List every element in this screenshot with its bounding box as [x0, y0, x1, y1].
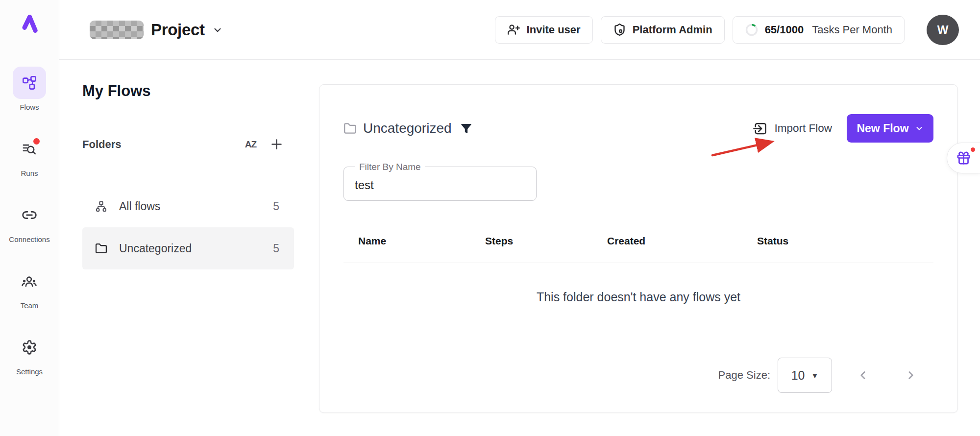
folders-heading: Folders: [82, 138, 121, 151]
invite-user-label: Invite user: [527, 24, 581, 36]
sidebar-item-label: Team: [21, 301, 39, 310]
top-header: Project Invite user Platform Admin 65/10…: [59, 0, 980, 60]
workflow-icon: [13, 67, 46, 99]
column-header-steps: Steps: [485, 235, 607, 247]
progress-ring-icon: [745, 23, 759, 37]
folders-actions: AZ: [245, 138, 283, 151]
runs-icon: [13, 133, 46, 165]
empty-state-message: This folder doesn't have any flows yet: [343, 290, 933, 304]
page-size-value: 10: [791, 368, 805, 383]
link-icon: [13, 199, 46, 231]
column-header-name: Name: [358, 235, 485, 247]
avatar[interactable]: W: [927, 15, 959, 45]
pagination: Page Size: 10 ▼: [718, 358, 917, 393]
page-size-select[interactable]: 10 ▼: [778, 358, 832, 393]
folders-panel: Folders AZ All flows 5: [82, 138, 294, 269]
import-icon: [753, 121, 768, 136]
folder-label: All flows: [119, 200, 160, 213]
page-size-label: Page Size:: [718, 369, 770, 382]
invite-user-button[interactable]: Invite user: [495, 16, 593, 44]
shield-icon: [613, 23, 626, 36]
plus-icon: [270, 138, 283, 151]
chevron-left-icon: [857, 369, 869, 382]
runs-notification-dot: [33, 138, 40, 145]
team-icon: [13, 265, 46, 297]
project-switcher[interactable]: Project: [90, 21, 223, 39]
filter-funnel-icon[interactable]: [461, 123, 472, 134]
flows-table-card: Uncategorized Import Flow New Flow Filte…: [319, 84, 958, 413]
folder-row-uncategorized[interactable]: Uncategorized 5: [82, 227, 294, 269]
chevron-down-icon: [915, 124, 924, 133]
filter-field-label: Filter By Name: [355, 162, 425, 172]
chevron-right-icon: [905, 369, 917, 382]
new-flow-button[interactable]: New Flow: [847, 114, 933, 143]
import-flow-label: Import Flow: [774, 122, 832, 135]
filter-field: Filter By Name: [343, 167, 537, 201]
user-plus-icon: [507, 23, 520, 36]
gift-icon: [956, 150, 971, 166]
sidebar-nav: Flows Runs Connections: [9, 67, 49, 397]
previous-page-button[interactable]: [857, 369, 869, 382]
hierarchy-icon: [95, 200, 107, 213]
panel-header: Uncategorized Import Flow New Flow: [343, 114, 933, 143]
import-flow-button[interactable]: Import Flow: [753, 121, 832, 136]
caret-down-icon: ▼: [811, 371, 818, 380]
folders-header: Folders AZ: [82, 138, 294, 151]
sort-alpha-icon[interactable]: AZ: [245, 139, 256, 150]
folder-label: Uncategorized: [119, 242, 192, 255]
folder-icon: [95, 242, 107, 255]
column-header-status: Status: [757, 235, 933, 247]
sidebar: Flows Runs Connections: [0, 0, 59, 436]
folder-count: 5: [273, 200, 279, 213]
panel-actions: Import Flow New Flow: [753, 114, 933, 143]
project-name-redacted: [90, 21, 144, 39]
current-folder-title: Uncategorized: [363, 121, 452, 136]
sidebar-item-runs[interactable]: Runs: [13, 133, 46, 177]
platform-admin-label: Platform Admin: [633, 24, 712, 36]
platform-admin-button[interactable]: Platform Admin: [601, 16, 725, 44]
app-logo-icon[interactable]: [19, 13, 40, 35]
sidebar-item-label: Connections: [9, 235, 49, 243]
gift-notification-dot: [971, 147, 975, 152]
tasks-usage-button[interactable]: 65/1000 Tasks Per Month: [733, 16, 905, 44]
tasks-unit-label: Tasks Per Month: [812, 24, 892, 36]
folder-icon: [343, 122, 357, 135]
sidebar-item-label: Runs: [21, 169, 38, 177]
folder-count: 5: [273, 242, 279, 255]
sidebar-item-flows[interactable]: Flows: [13, 67, 46, 111]
project-title: Project: [151, 21, 205, 39]
new-flow-label: New Flow: [857, 122, 908, 135]
next-page-button[interactable]: [905, 369, 917, 382]
gear-icon: [13, 331, 46, 363]
sidebar-item-settings[interactable]: Settings: [13, 331, 46, 376]
folder-row-all-flows[interactable]: All flows 5: [82, 185, 294, 227]
tasks-count: 65/1000: [765, 24, 804, 36]
sidebar-item-label: Settings: [16, 367, 43, 376]
column-header-created: Created: [607, 235, 757, 247]
table-divider: [343, 263, 933, 263]
avatar-initial: W: [937, 23, 949, 37]
sidebar-item-connections[interactable]: Connections: [9, 199, 49, 243]
sidebar-item-label: Flows: [20, 103, 39, 111]
page-title: My Flows: [82, 82, 151, 100]
folders-list: All flows 5 Uncategorized 5: [82, 185, 294, 269]
sidebar-item-team[interactable]: Team: [13, 265, 46, 310]
add-folder-button[interactable]: [270, 138, 283, 151]
table-header-row: Name Steps Created Status: [343, 235, 933, 247]
whats-new-gift-button[interactable]: [947, 143, 980, 173]
chevron-down-icon: [212, 24, 223, 35]
